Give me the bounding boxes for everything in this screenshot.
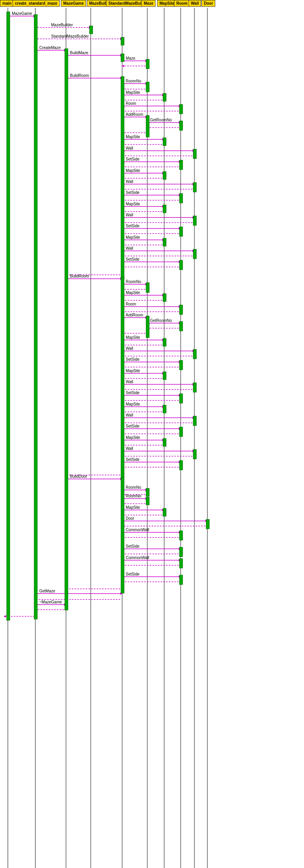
- svg-text:MapSite: MapSite: [126, 505, 140, 510]
- svg-text:GetRoomNo: GetRoomNo: [150, 318, 172, 323]
- svg-marker-54: [179, 121, 181, 124]
- svg-marker-46: [179, 105, 181, 107]
- svg-text:StandardMazeBuilder: StandardMazeBuilder: [51, 34, 89, 38]
- svg-text:Wall: Wall: [126, 380, 133, 384]
- svg-text:SetSide: SetSide: [126, 391, 139, 395]
- svg-marker-79: [122, 177, 124, 179]
- svg-rect-276: [146, 82, 149, 92]
- svg-rect-298: [179, 260, 183, 270]
- svg-marker-147: [147, 327, 149, 329]
- svg-rect-290: [163, 405, 166, 413]
- lifeline-header-create: create_standard_maze: [13, 0, 60, 7]
- svg-rect-280: [146, 488, 149, 496]
- svg-rect-307: [179, 559, 183, 568]
- svg-text:SetSide: SetSide: [126, 190, 139, 195]
- svg-marker-151: [162, 339, 165, 341]
- svg-marker-184: [122, 411, 124, 413]
- svg-text:MapSite: MapSite: [126, 235, 140, 239]
- svg-text:SetSide: SetSide: [126, 544, 139, 548]
- svg-marker-57: [147, 126, 149, 129]
- svg-marker-214: [66, 588, 68, 590]
- svg-text:Wall: Wall: [126, 413, 133, 417]
- svg-rect-318: [90, 26, 93, 34]
- svg-marker-111: [192, 250, 195, 252]
- svg-marker-186: [192, 417, 195, 419]
- svg-marker-229: [122, 514, 124, 516]
- svg-marker-64: [122, 143, 124, 146]
- svg-marker-17: [120, 38, 123, 40]
- svg-rect-304: [179, 460, 183, 470]
- svg-marker-29: [122, 65, 124, 67]
- svg-marker-221: [145, 497, 148, 500]
- svg-marker-189: [122, 422, 124, 424]
- svg-marker-116: [179, 261, 181, 263]
- svg-marker-231: [205, 520, 208, 522]
- svg-text:SetSide: SetSide: [126, 157, 139, 161]
- svg-text:MapSite: MapSite: [126, 168, 140, 173]
- svg-text:BuildMaze: BuildMaze: [70, 51, 88, 55]
- svg-rect-317: [206, 519, 209, 529]
- svg-text:MazeGame: MazeGame: [12, 11, 32, 16]
- svg-marker-241: [179, 548, 181, 550]
- svg-marker-61: [162, 138, 165, 141]
- svg-marker-206: [179, 461, 181, 463]
- svg-marker-49: [122, 110, 124, 112]
- svg-marker-44: [122, 99, 124, 101]
- svg-marker-236: [179, 531, 181, 534]
- svg-marker-71: [179, 161, 181, 163]
- svg-marker-51: [145, 116, 148, 118]
- svg-marker-176: [179, 394, 181, 397]
- svg-marker-259: [35, 598, 37, 601]
- svg-text:SetSide: SetSide: [126, 257, 139, 261]
- svg-text:Door: Door: [126, 516, 134, 521]
- svg-marker-26: [145, 60, 148, 62]
- svg-text:Wall: Wall: [126, 246, 133, 250]
- svg-rect-303: [179, 427, 183, 437]
- svg-text:SetSide: SetSide: [126, 357, 139, 362]
- svg-marker-66: [192, 150, 195, 152]
- svg-marker-94: [122, 210, 124, 213]
- svg-marker-219: [122, 493, 124, 496]
- lifeline-header-door: Door: [201, 0, 215, 7]
- svg-marker-141: [145, 316, 148, 319]
- svg-rect-316: [193, 450, 196, 459]
- svg-text:SetSide: SetSide: [126, 424, 139, 428]
- svg-text:SetSide: SetSide: [126, 457, 139, 462]
- svg-rect-297: [179, 227, 183, 236]
- svg-text:GetMaze: GetMaze: [39, 589, 55, 593]
- svg-rect-274: [121, 477, 124, 593]
- svg-rect-291: [163, 439, 166, 446]
- svg-rect-308: [179, 575, 183, 585]
- svg-marker-96: [192, 216, 195, 219]
- svg-marker-99: [122, 221, 124, 224]
- svg-rect-278: [146, 283, 149, 292]
- svg-marker-114: [122, 255, 124, 257]
- svg-marker-86: [179, 194, 181, 196]
- svg-rect-286: [163, 238, 166, 246]
- svg-rect-309: [193, 149, 196, 159]
- svg-text:CommonWall: CommonWall: [126, 528, 149, 532]
- svg-text:MapSite: MapSite: [126, 135, 140, 139]
- svg-marker-34: [66, 274, 68, 276]
- svg-rect-269: [65, 49, 68, 610]
- svg-marker-119: [122, 266, 124, 268]
- svg-marker-204: [122, 455, 124, 457]
- svg-marker-174: [122, 388, 124, 391]
- svg-rect-289: [163, 372, 166, 380]
- svg-rect-314: [193, 383, 196, 392]
- svg-marker-126: [145, 283, 148, 285]
- svg-rect-292: [163, 508, 166, 516]
- svg-marker-196: [162, 439, 165, 441]
- svg-text:Room: Room: [126, 101, 136, 106]
- svg-marker-121: [120, 278, 123, 280]
- svg-text:RoomNo: RoomNo: [126, 79, 141, 83]
- svg-marker-36: [145, 82, 148, 85]
- svg-text:MapSite: MapSite: [126, 202, 140, 206]
- svg-text:SetSide: SetSide: [126, 224, 139, 228]
- svg-marker-109: [122, 244, 124, 246]
- svg-marker-41: [162, 94, 165, 96]
- svg-text:MapSite: MapSite: [126, 402, 140, 406]
- svg-marker-264: [35, 609, 37, 611]
- svg-text:Wall: Wall: [126, 346, 133, 351]
- svg-marker-139: [122, 311, 124, 313]
